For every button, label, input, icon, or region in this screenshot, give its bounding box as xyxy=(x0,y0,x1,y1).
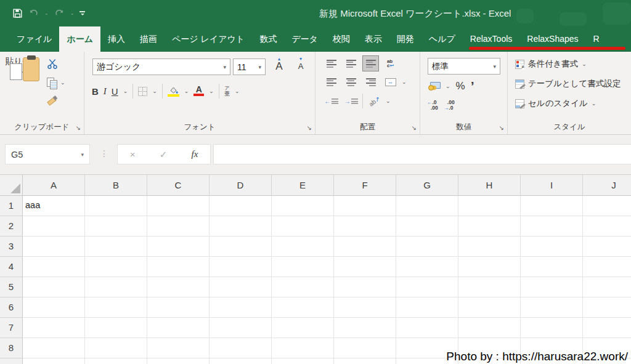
cell-A5[interactable] xyxy=(23,277,85,297)
borders-icon[interactable] xyxy=(138,87,147,96)
cell-C6[interactable] xyxy=(147,297,210,318)
cell-E6[interactable] xyxy=(272,297,334,318)
cell-H1[interactable] xyxy=(458,196,521,216)
cell-J3[interactable] xyxy=(583,237,631,257)
percent-style-button[interactable]: % xyxy=(456,80,465,92)
borders-chevron-icon[interactable]: ⌄ xyxy=(152,89,157,94)
cell-A7[interactable] xyxy=(23,318,85,338)
orientation-button[interactable]: ab↗ xyxy=(366,93,383,109)
cell-E4[interactable] xyxy=(272,257,334,277)
cell-styles-button[interactable]: セルのスタイル ⌄ xyxy=(515,98,596,109)
cell-E5[interactable] xyxy=(272,277,334,297)
cell-I2[interactable] xyxy=(521,216,583,237)
tab-review[interactable]: 校閲 xyxy=(325,26,357,52)
cell-C7[interactable] xyxy=(147,318,210,338)
align-top-button[interactable] xyxy=(323,55,340,71)
alignment-dialog-launcher-icon[interactable]: ↘ xyxy=(412,125,417,131)
tab-page-layout[interactable]: ページ レイアウト xyxy=(165,26,252,52)
row-header-4[interactable]: 4 xyxy=(0,257,23,277)
row-header-5[interactable]: 5 xyxy=(0,277,23,297)
copy-chevron-icon[interactable]: ⌄ xyxy=(60,80,65,86)
cell-E8[interactable] xyxy=(272,338,334,358)
cell-B9[interactable] xyxy=(85,358,147,364)
name-box-dropdown-icon[interactable]: ▾ xyxy=(81,152,84,158)
cell-A2[interactable] xyxy=(23,216,85,237)
font-color-chevron-icon[interactable]: ⌄ xyxy=(209,89,214,94)
cell-A3[interactable] xyxy=(23,237,85,257)
wrap-text-button[interactable]: ab c↩ xyxy=(382,55,399,71)
cell-B3[interactable] xyxy=(85,237,147,257)
column-header-A[interactable]: A xyxy=(23,175,85,196)
cell-I1[interactable] xyxy=(521,196,583,216)
increase-font-size-button[interactable]: ▴ A xyxy=(271,57,288,71)
align-center-button[interactable] xyxy=(343,74,359,90)
copy-button[interactable]: ⌄ xyxy=(47,74,65,91)
cell-J6[interactable] xyxy=(583,297,631,318)
cell-H6[interactable] xyxy=(458,297,521,318)
cell-E2[interactable] xyxy=(272,216,334,237)
row-header-9[interactable]: 9 xyxy=(0,358,23,364)
paste-button[interactable]: 貼り付け ⌄ xyxy=(4,55,41,74)
column-header-I[interactable]: I xyxy=(521,175,583,196)
merge-center-chevron-icon[interactable]: ⌄ xyxy=(402,79,407,85)
align-middle-button[interactable] xyxy=(343,55,359,71)
font-size-combobox[interactable]: 11 ▾ xyxy=(233,59,266,75)
cell-F8[interactable] xyxy=(334,338,396,358)
furigana-chevron-icon[interactable]: ⌄ xyxy=(235,89,240,94)
number-format-combobox[interactable]: 標準 ▾ xyxy=(428,58,500,75)
currency-chevron-icon[interactable]: ⌄ xyxy=(446,84,450,89)
row-header-1[interactable]: 1 xyxy=(0,196,23,216)
cell-C3[interactable] xyxy=(147,237,210,257)
cell-F1[interactable] xyxy=(334,196,396,216)
cell-G3[interactable] xyxy=(396,237,458,257)
column-header-H[interactable]: H xyxy=(458,175,521,196)
cell-H5[interactable] xyxy=(458,277,521,297)
cell-D2[interactable] xyxy=(210,216,272,237)
cell-H4[interactable] xyxy=(458,257,521,277)
column-header-C[interactable]: C xyxy=(147,175,210,196)
row-header-6[interactable]: 6 xyxy=(0,297,23,318)
furigana-button[interactable]: ア 亜 xyxy=(224,86,230,96)
tab-developer[interactable]: 開発 xyxy=(389,26,421,52)
align-left-button[interactable] xyxy=(323,74,340,90)
cell-C1[interactable] xyxy=(147,196,210,216)
italic-button[interactable]: I xyxy=(104,86,107,97)
underline-button[interactable]: U xyxy=(112,86,118,97)
currency-icon[interactable] xyxy=(428,82,440,91)
cell-F4[interactable] xyxy=(334,257,396,277)
number-format-dropdown-icon[interactable]: ▾ xyxy=(493,63,496,70)
tab-formulas[interactable]: 数式 xyxy=(252,26,284,52)
cell-D6[interactable] xyxy=(210,297,272,318)
cell-B5[interactable] xyxy=(85,277,147,297)
tab-file[interactable]: ファイル xyxy=(9,26,59,52)
cell-A1[interactable]: aaa xyxy=(23,196,85,216)
name-box[interactable]: G5 ▾ xyxy=(5,144,90,164)
align-bottom-button[interactable] xyxy=(362,55,379,71)
font-name-dropdown-icon[interactable]: ▾ xyxy=(223,64,226,70)
cell-G6[interactable] xyxy=(396,297,458,318)
format-painter-button[interactable] xyxy=(47,91,65,108)
fill-color-chevron-icon[interactable]: ⌄ xyxy=(184,89,189,94)
cell-J2[interactable] xyxy=(583,216,631,237)
merge-center-button[interactable]: ↔ xyxy=(382,74,399,90)
decrease-indent-button[interactable]: ← xyxy=(323,93,340,109)
align-right-button[interactable] xyxy=(362,74,379,90)
cell-F5[interactable] xyxy=(334,277,396,297)
cell-G5[interactable] xyxy=(396,277,458,297)
select-all-corner[interactable] xyxy=(0,175,23,196)
customize-quick-access-toolbar-icon[interactable] xyxy=(79,11,85,15)
decrease-decimal-button[interactable]: .00 →.0 xyxy=(444,100,455,110)
cell-F2[interactable] xyxy=(334,216,396,237)
column-header-B[interactable]: B xyxy=(85,175,147,196)
format-as-table-button[interactable]: テーブルとして書式設定 xyxy=(515,78,621,89)
formula-input[interactable] xyxy=(213,144,631,164)
cut-button[interactable] xyxy=(47,57,65,74)
cell-D5[interactable] xyxy=(210,277,272,297)
cell-E3[interactable] xyxy=(272,237,334,257)
cell-D1[interactable] xyxy=(210,196,272,216)
font-dialog-launcher-icon[interactable]: ↘ xyxy=(307,125,312,131)
cell-E9[interactable] xyxy=(272,358,334,364)
font-size-dropdown-icon[interactable]: ▾ xyxy=(258,64,261,70)
cell-J7[interactable] xyxy=(583,318,631,338)
cell-B4[interactable] xyxy=(85,257,147,277)
